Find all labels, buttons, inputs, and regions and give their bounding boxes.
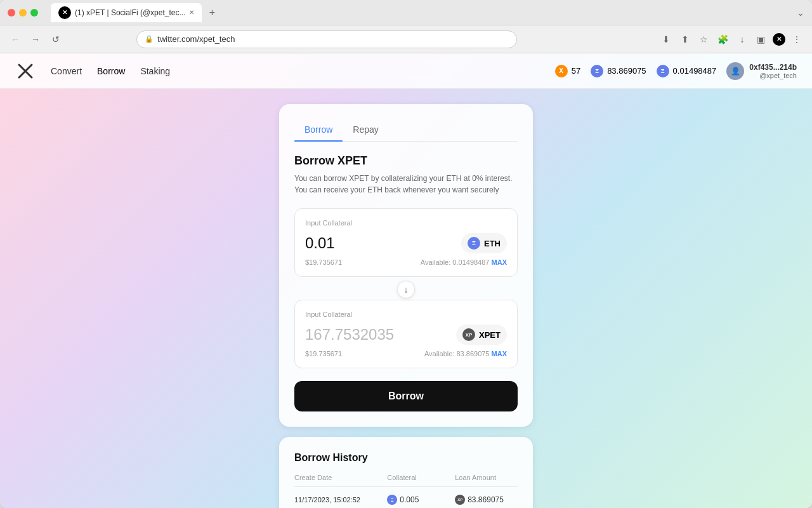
share-icon[interactable]: ⬆ — [678, 32, 693, 47]
traffic-lights — [8, 9, 38, 17]
eth-balance-badge: Ξ 83.869075 — [591, 65, 646, 77]
col-collateral: Collateral — [387, 474, 450, 481]
arrow-down-icon: ↓ — [397, 281, 415, 298]
nav-links: Convert Borrow Staking — [51, 64, 170, 79]
output-available-amount: 83.869075 — [456, 350, 489, 358]
nav-staking[interactable]: Staking — [140, 64, 170, 79]
minimize-button[interactable] — [19, 9, 27, 17]
borrow-title: Borrow XPET — [294, 154, 518, 168]
back-button[interactable]: ← — [8, 32, 23, 47]
tab-borrow[interactable]: Borrow — [294, 119, 343, 141]
username: @xpet_tech — [749, 72, 797, 79]
loan-xpet-icon: XP — [455, 495, 465, 505]
history-header: Create Date Collateral Loan Amount — [294, 474, 518, 487]
collateral-available-label: Available: — [421, 258, 451, 266]
output-available-text: Available: 83.869075 MAX — [424, 350, 507, 358]
extension-icon[interactable]: 🧩 — [716, 32, 731, 47]
collateral-input-box: Input Collateral 0.01 Ξ ETH $19.735671 A… — [294, 208, 518, 277]
eth2-balance: 0.01498487 — [673, 66, 717, 76]
collateral-usd-value: $19.735671 — [305, 258, 342, 266]
eth-icon: Ξ — [591, 65, 603, 77]
split-view-icon[interactable]: ▣ — [754, 32, 769, 47]
url-text: twitter.com/xpet_tech — [157, 34, 235, 44]
output-max-button[interactable]: MAX — [492, 350, 507, 358]
tab-repay[interactable]: Repay — [343, 119, 388, 141]
history-title: Borrow History — [294, 452, 518, 464]
col-loan-amount: Loan Amount — [455, 474, 518, 481]
table-row: 11/17/2023, 15:02:52 Ξ 0.005 XP 83.86907… — [294, 487, 518, 508]
history-table: Create Date Collateral Loan Amount 11/17… — [294, 474, 518, 508]
output-usd-value: $19.735671 — [305, 350, 342, 358]
forward-button[interactable]: → — [28, 32, 43, 47]
output-input-row: 167.7532035 XP XPET — [305, 324, 507, 345]
nav-borrow[interactable]: Borrow — [97, 64, 125, 79]
nav-convert[interactable]: Convert — [51, 64, 82, 79]
active-tab[interactable]: ✕ (1) xPET | SocialFi (@xpet_tec... ✕ — [51, 3, 202, 22]
collateral-eth-icon: Ξ — [387, 495, 397, 505]
output-token-name: XPET — [479, 330, 501, 340]
collateral-input-row: 0.01 Ξ ETH — [305, 233, 507, 253]
user-profile[interactable]: 👤 0xf435...214b @xpet_tech — [726, 62, 797, 80]
eth-balance: 83.869075 — [607, 66, 646, 76]
col-create-date: Create Date — [294, 474, 382, 481]
download-icon[interactable]: ↓ — [735, 32, 750, 47]
output-input-footer: $19.735671 Available: 83.869075 MAX — [305, 350, 507, 358]
user-info: 0xf435...214b @xpet_tech — [749, 63, 797, 79]
collateral-value[interactable]: 0.01 — [305, 234, 335, 252]
refresh-button[interactable]: ↺ — [48, 32, 63, 47]
url-bar[interactable]: 🔒 twitter.com/xpet_tech — [136, 30, 517, 48]
main-content: Borrow Repay Borrow XPET You can borrow … — [0, 89, 812, 508]
eth2-balance-badge: Ξ 0.01498487 — [657, 65, 717, 77]
history-card: Borrow History Create Date Collateral Lo… — [279, 437, 533, 508]
app-area: Convert Borrow Staking X 57 Ξ 83.869075 … — [0, 53, 812, 508]
collateral-token-selector[interactable]: Ξ ETH — [461, 233, 507, 253]
eth-selector-icon: Ξ — [468, 237, 480, 250]
collateral-input-label: Input Collateral — [305, 219, 507, 227]
app-header: Convert Borrow Staking X 57 Ξ 83.869075 … — [0, 53, 812, 89]
borrow-description: You can borrow XPET by collateralizing y… — [294, 173, 518, 196]
tab-close-icon[interactable]: ✕ — [189, 9, 194, 16]
title-bar: ✕ (1) xPET | SocialFi (@xpet_tec... ✕ + … — [0, 0, 812, 25]
output-input-label: Input Collateral — [305, 311, 507, 318]
address-bar: ← → ↺ 🔒 twitter.com/xpet_tech ⬇ ⬆ ☆ 🧩 ↓ … — [0, 25, 812, 53]
row-loan: XP 83.869075 — [455, 495, 518, 505]
close-button[interactable] — [8, 9, 15, 17]
xpet-selector-icon: XP — [462, 328, 475, 341]
xpet-icon: X — [555, 65, 568, 77]
avatar: 👤 — [726, 62, 744, 80]
collateral-max-button[interactable]: MAX — [492, 258, 507, 266]
browser-actions: ⬇ ⬆ ☆ 🧩 ↓ ▣ ✕ ⋮ — [658, 32, 804, 47]
row-collateral: Ξ 0.005 — [387, 495, 450, 505]
tab-bar: ✕ (1) xPET | SocialFi (@xpet_tec... ✕ + — [51, 3, 219, 22]
row-collateral-value: 0.005 — [400, 495, 419, 504]
borrow-card: Borrow Repay Borrow XPET You can borrow … — [279, 104, 533, 427]
borrow-button[interactable]: Borrow — [294, 381, 518, 411]
xpet-balance-badge: X 57 — [555, 65, 580, 77]
collateral-available-text: Available: 0.01498487 MAX — [421, 258, 507, 266]
collateral-token-name: ETH — [484, 239, 501, 248]
collateral-input-footer: $19.735671 Available: 0.01498487 MAX — [305, 258, 507, 266]
xpet-balance: 57 — [572, 66, 580, 76]
wallet-address: 0xf435...214b — [749, 63, 797, 72]
output-token-selector[interactable]: XP XPET — [456, 324, 507, 345]
tab-title: (1) xPET | SocialFi (@xpet_tec... — [75, 8, 185, 17]
more-options-icon[interactable]: ⋮ — [789, 32, 804, 47]
maximize-button[interactable] — [30, 9, 38, 17]
twitter-profile-icon[interactable]: ✕ — [773, 33, 785, 46]
bookmark-icon[interactable]: ☆ — [697, 32, 712, 47]
arrow-divider: ↓ — [294, 279, 518, 300]
screenshot-icon[interactable]: ⬇ — [658, 32, 674, 47]
output-value[interactable]: 167.7532035 — [305, 326, 394, 344]
collateral-available-amount: 0.01498487 — [452, 258, 489, 266]
new-tab-button[interactable]: + — [204, 5, 219, 20]
eth2-icon: Ξ — [657, 65, 669, 77]
lock-icon: 🔒 — [145, 35, 154, 43]
window-controls: ⌄ — [797, 8, 804, 18]
header-right: X 57 Ξ 83.869075 Ξ 0.01498487 👤 0xf435..… — [555, 62, 797, 80]
app-logo — [15, 61, 36, 81]
output-input-box: Input Collateral 167.7532035 XP XPET $19… — [294, 300, 518, 368]
output-available-label: Available: — [424, 350, 455, 358]
tab-nav: Borrow Repay — [294, 119, 518, 142]
tab-favicon: ✕ — [58, 6, 71, 19]
row-date: 11/17/2023, 15:02:52 — [294, 496, 382, 504]
